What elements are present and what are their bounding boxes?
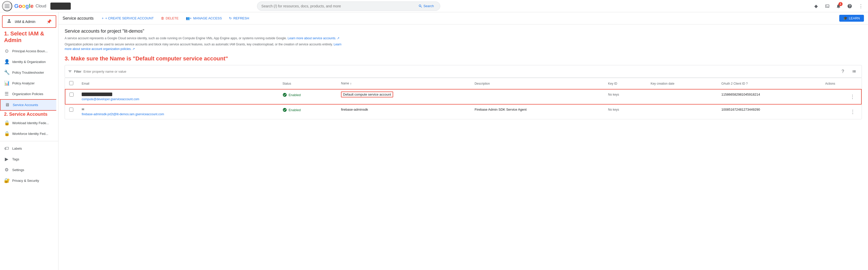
main-layout: IAM & Admin 📌 1. Select IAM & Admin ⊙ Pr… [0, 12, 868, 270]
identity-org-label: Identity & Organization [12, 60, 46, 64]
delete-button[interactable]: 🗑 DELETE [158, 15, 182, 22]
create-service-account-button[interactable]: + + CREATE SERVICE ACCOUNT [99, 15, 157, 22]
privacy-security-label: Privacy & Security [12, 179, 39, 183]
app-name-box [51, 3, 71, 10]
row1-checkbox[interactable] [69, 92, 73, 97]
sidebar-item-workload-identity[interactable]: 🔒 Workload Identity Fede... [0, 117, 56, 128]
principal-access-label: Principal Access Boun... [12, 49, 48, 53]
service-accounts-icon: 🖥 [5, 102, 10, 108]
filter-actions: ? [838, 67, 859, 76]
svg-rect-1 [5, 6, 9, 6]
row1-name-cell: Default compute service account [337, 89, 470, 104]
row2-email-link[interactable]: firebase-adminsdk-jvt2t@lit-demos.iam.gs… [82, 112, 164, 116]
content-title: Service accounts [63, 16, 94, 21]
columns-filter-btn[interactable] [849, 67, 859, 76]
help-filter-btn[interactable]: ? [838, 67, 847, 76]
row2-checkbox[interactable] [69, 108, 73, 112]
learn-more-service-accounts-link[interactable]: Learn more about service accounts. ↗ [287, 36, 339, 40]
step1-annotation: 1. Select IAM & Admin [0, 30, 58, 46]
settings-icon: ⚙ [4, 167, 9, 172]
row2-status-cell: Enabled [278, 104, 337, 119]
status-column-header: Status [278, 78, 337, 89]
row1-checkbox-cell[interactable] [65, 89, 78, 104]
select-all-header[interactable] [65, 78, 78, 89]
more-options-btn[interactable]: ⋮ [856, 1, 866, 11]
notification-badge: 1 [838, 2, 842, 6]
description-1-text: A service account represents a Google Cl… [65, 36, 287, 40]
sidebar-item-privacy-security[interactable]: 🔐 Privacy & Security [0, 175, 56, 186]
filter-input[interactable] [84, 70, 836, 74]
sidebar-item-workforce-identity[interactable]: 🔒 Workforce Identity Fed... [0, 128, 56, 139]
create-btn-label: + CREATE SERVICE ACCOUNT [105, 16, 154, 20]
row1-email-redacted [82, 92, 112, 96]
key-id-column-header: Key ID [604, 78, 647, 89]
terminal-icon-btn[interactable] [822, 1, 832, 11]
row1-status-cell: Enabled [278, 89, 337, 104]
sidebar-item-service-accounts[interactable]: 🖥 Service Accounts [0, 99, 56, 111]
sidebar-header-label: IAM & Admin [15, 20, 35, 24]
learn-button[interactable]: 🎓 LEARN [839, 15, 864, 22]
row1-more-button[interactable]: ⋮ [848, 92, 857, 101]
workload-identity-icon: 🔒 [4, 120, 9, 126]
learn-label: LEARN [849, 16, 860, 20]
topbar-right-icons: ◆ 1 ⋮ [811, 1, 866, 11]
sidebar-item-identity-org[interactable]: 👤 Identity & Organization [0, 56, 56, 67]
delete-icon: 🗑 [161, 16, 164, 20]
row2-oauth-cell: 100851672481273449290 [717, 104, 821, 119]
org-policies-icon: ☰ [4, 91, 9, 97]
search-label: Search [424, 4, 434, 8]
sidebar-item-settings[interactable]: ⚙ Settings [0, 164, 56, 175]
row2-description-cell: Firebase Admin SDK Service Agent [470, 104, 604, 119]
row1-status: Enabled [282, 92, 333, 97]
tags-icon: ▶ [4, 156, 9, 162]
sidebar-item-principal-access[interactable]: ⊙ Principal Access Boun... [0, 46, 56, 56]
sidebar-item-tags[interactable]: ▶ Tags [0, 154, 56, 164]
principal-access-icon: ⊙ [4, 48, 9, 54]
policy-analyzer-label: Policy Analyzer [12, 81, 35, 85]
row2-more-button[interactable]: ⋮ [848, 108, 857, 116]
select-all-checkbox[interactable] [69, 81, 73, 85]
manage-label: MANAGE ACCESS [193, 16, 222, 20]
filter-label: Filter [74, 70, 82, 74]
actions-column-header: Actions [821, 78, 861, 89]
workload-identity-label: Workload Identity Fede... [12, 121, 49, 125]
sidebar-item-org-policies[interactable]: ☰ Organization Policies [0, 88, 56, 99]
policy-troubleshooter-label: Policy Troubleshooter [12, 71, 44, 75]
sidebar-item-policy-analyzer[interactable]: 📊 Policy Analyzer [0, 78, 56, 88]
sidebar: IAM & Admin 📌 1. Select IAM & Admin ⊙ Pr… [0, 12, 59, 270]
refresh-button[interactable]: ↻ REFRESH [226, 15, 252, 22]
row2-checkbox-cell[interactable] [65, 104, 78, 119]
row2-actions-cell[interactable]: ⋮ [821, 104, 861, 119]
graduation-icon: 🎓 [843, 16, 847, 20]
sidebar-item-policy-troubleshooter[interactable]: 🔧 Policy Troubleshooter [0, 67, 56, 78]
labels-label: Labels [12, 146, 22, 151]
manage-access-button[interactable]: 👥+ MANAGE ACCESS [183, 15, 225, 22]
refresh-icon: ↻ [229, 16, 232, 20]
menu-button[interactable] [2, 1, 12, 11]
enabled-check-icon [282, 92, 287, 97]
row1-email-link[interactable]: compute@developer.gserviceaccount.com [82, 98, 139, 101]
description-2-text: Organization policies can be used to sec… [65, 43, 333, 46]
notification-btn[interactable]: 1 [833, 1, 844, 11]
row1-actions-cell[interactable]: ⋮ [821, 89, 861, 104]
search-button[interactable]: Search [416, 4, 436, 8]
privacy-security-icon: 🔐 [4, 178, 9, 183]
search-bar[interactable]: Search [257, 2, 440, 11]
row2-name-cell: firebase-adminsdk [337, 104, 470, 119]
help-icon-btn[interactable] [845, 1, 855, 11]
step3-annotation: 3. Make sure the Name is "Default comput… [65, 55, 862, 62]
plus-icon: + [102, 16, 104, 20]
service-accounts-label: Service Accounts [13, 103, 38, 107]
sidebar-header-iam[interactable]: IAM & Admin 📌 [2, 15, 56, 28]
sidebar-divider [0, 141, 58, 141]
labels-icon: 🏷 [4, 146, 9, 151]
diamond-icon-btn[interactable]: ◆ [811, 1, 821, 11]
topbar: Google Cloud Search ◆ 1 ⋮ [0, 0, 868, 12]
name-column-header[interactable]: Name ↑ [337, 78, 470, 89]
search-input[interactable] [261, 4, 416, 8]
content-toolbar: Service accounts + + CREATE SERVICE ACCO… [59, 12, 868, 25]
policy-troubleshooter-icon: 🔧 [4, 70, 9, 75]
oauth-help-icon[interactable]: ? [746, 82, 748, 85]
sidebar-item-labels[interactable]: 🏷 Labels [0, 143, 56, 154]
refresh-label: REFRESH [234, 16, 249, 20]
